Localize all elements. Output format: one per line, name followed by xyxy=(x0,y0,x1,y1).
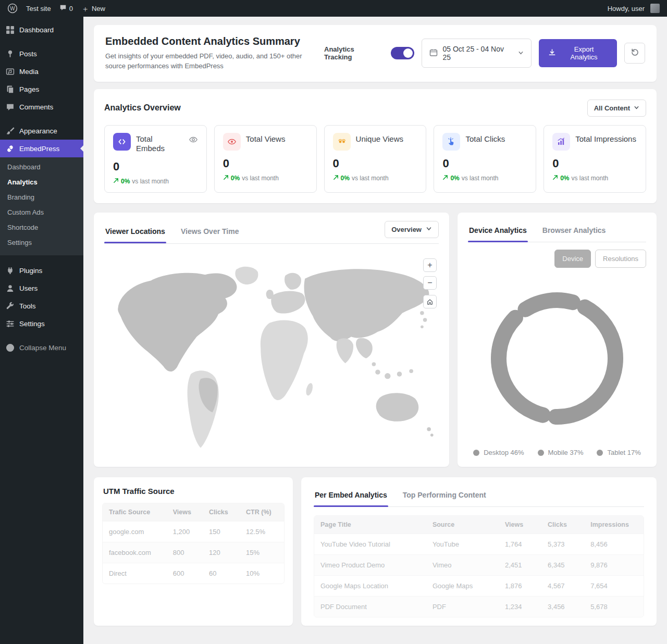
sidebar-item-label: EmbedPress xyxy=(19,145,59,153)
sidebar-item-label: Comments xyxy=(19,103,53,111)
unique-views-icon xyxy=(333,133,351,151)
zoom-out-button[interactable]: − xyxy=(423,276,437,290)
stat-delta-pct: 0% xyxy=(341,175,350,182)
stat-card-unique-views: Unique Views 0 0% vs last month xyxy=(324,125,427,193)
submenu-item-branding[interactable]: Branding xyxy=(0,190,83,205)
page-title: Embedded Content Analytics Summary xyxy=(105,35,324,47)
zoom-in-button[interactable]: + xyxy=(423,258,437,272)
embedpress-submenu: Dashboard Analytics Branding Custom Ads … xyxy=(0,157,83,255)
export-analytics-button[interactable]: Export Analytics xyxy=(539,39,617,67)
device-legend: Desktop 46% Mobile 37% Tablet 17% xyxy=(468,449,646,459)
utm-col-header: Trafic Source xyxy=(103,503,167,522)
new-content-menu[interactable]: ＋ New xyxy=(81,5,105,13)
chevron-down-icon xyxy=(426,226,432,233)
sidebar-item-settings[interactable]: Settings xyxy=(0,315,83,332)
sidebar-item-media[interactable]: Media xyxy=(0,63,83,80)
trend-up-icon xyxy=(223,175,229,182)
visibility-toggle-icon[interactable] xyxy=(189,133,198,146)
media-icon xyxy=(5,67,15,76)
stat-value: 0 xyxy=(552,157,637,170)
stat-card-total-clicks: Total Clicks 0 0% vs last month xyxy=(434,125,536,193)
stat-delta-note: vs last month xyxy=(572,175,609,182)
submenu-item-shortcode[interactable]: Shortcode xyxy=(0,220,83,235)
sidebar-item-users[interactable]: Users xyxy=(0,279,83,297)
stat-delta-note: vs last month xyxy=(132,178,169,185)
embedpress-icon xyxy=(5,144,15,153)
content-filter-dropdown[interactable]: All Content xyxy=(587,100,646,117)
account-menu[interactable]: Howdy, user xyxy=(608,4,660,13)
date-range-picker[interactable]: 05 Oct 25 - 04 Nov 25 xyxy=(422,39,531,68)
comments-shortcut[interactable]: 0 xyxy=(59,4,73,13)
sidebar-item-comments[interactable]: Comments xyxy=(0,98,83,116)
submenu-item-dashboard[interactable]: Dashboard xyxy=(0,159,83,175)
tab-browser-analytics[interactable]: Browser Analytics xyxy=(541,221,607,242)
table-row: google.com1,20015012.5% xyxy=(103,522,284,542)
sidebar-item-collapse-menu[interactable]: Collapse Menu xyxy=(0,339,83,356)
sidebar-item-tools[interactable]: Tools xyxy=(0,297,83,315)
wordpress-logo-icon[interactable]: W xyxy=(7,3,18,14)
zoom-reset-button[interactable] xyxy=(423,295,437,308)
site-name: Test site xyxy=(26,5,51,13)
stat-value: 0 xyxy=(113,160,198,174)
world-map[interactable]: + − xyxy=(104,249,439,463)
refresh-history-button[interactable] xyxy=(624,43,645,64)
resolutions-filter-button[interactable]: Resolutions xyxy=(595,250,646,268)
submenu-item-custom-ads[interactable]: Custom Ads xyxy=(0,205,83,220)
svg-text:W: W xyxy=(10,6,15,11)
embed-col-header: Page Title xyxy=(314,516,426,534)
analytics-tracking-toggle[interactable] xyxy=(391,47,415,59)
tab-viewer-locations[interactable]: Viewer Locations xyxy=(104,222,166,243)
content-filter-label: All Content xyxy=(594,104,630,112)
sidebar-item-plugins[interactable]: Plugins xyxy=(0,262,83,279)
sidebar-item-posts[interactable]: Posts xyxy=(0,45,83,63)
sidebar-item-dashboard[interactable]: Dashboard xyxy=(0,21,83,39)
stat-label: Total Clicks xyxy=(465,133,505,144)
viewer-locations-card: Viewer Locations Views Over Time Overvie… xyxy=(94,213,449,467)
tab-views-over-time[interactable]: Views Over Time xyxy=(180,222,240,243)
utm-title: UTM Traffic Source xyxy=(102,487,285,496)
stat-label: Total Impressions xyxy=(575,133,636,144)
map-overview-dropdown[interactable]: Overview xyxy=(385,221,439,238)
stat-delta-pct: 0% xyxy=(450,175,459,182)
click-pointer-icon xyxy=(442,133,460,151)
table-row: Google Maps LocationGoogle Maps1,8764,56… xyxy=(314,576,644,597)
site-name-link[interactable]: Test site xyxy=(26,5,51,13)
sidebar-item-appearance[interactable]: Appearance xyxy=(0,122,83,140)
sidebar-item-label: Users xyxy=(19,284,38,292)
admin-sidebar: Dashboard Posts Media Pages Comments App… xyxy=(0,17,83,644)
stat-delta-pct: 0% xyxy=(560,175,569,182)
plugins-icon xyxy=(5,266,15,275)
analytics-tracking-label: Analytics Tracking xyxy=(324,45,384,61)
analytics-overview-card: Analytics Overview All Content Total Emb… xyxy=(94,89,657,204)
device-analytics-card: Device Analytics Browser Analytics Devic… xyxy=(458,213,657,467)
comments-count: 0 xyxy=(69,5,73,13)
overview-title: Analytics Overview xyxy=(104,103,181,113)
stat-value: 0 xyxy=(442,157,527,170)
submenu-item-analytics[interactable]: Analytics xyxy=(0,175,83,190)
users-icon xyxy=(5,283,15,293)
stat-delta-note: vs last month xyxy=(242,175,279,182)
sidebar-item-label: Media xyxy=(19,68,39,76)
sidebar-item-label: Tools xyxy=(19,302,36,310)
per-embed-analytics-card: Per Embed Analytics Top Performing Conte… xyxy=(301,477,657,626)
legend-item-desktop: Desktop 46% xyxy=(473,449,524,456)
trend-up-icon xyxy=(442,175,448,182)
sidebar-item-embedpress[interactable]: EmbedPress xyxy=(0,140,83,157)
avatar xyxy=(650,4,660,13)
chevron-down-icon xyxy=(518,49,524,57)
table-row: facebook.com80012015% xyxy=(103,542,284,563)
tab-device-analytics[interactable]: Device Analytics xyxy=(468,221,528,242)
stat-delta-pct: 0% xyxy=(121,178,130,185)
stat-delta-note: vs last month xyxy=(462,175,499,182)
tab-per-embed-analytics[interactable]: Per Embed Analytics xyxy=(314,486,388,506)
download-icon xyxy=(548,48,556,58)
stat-delta-note: vs last month xyxy=(352,175,389,182)
submenu-item-settings[interactable]: Settings xyxy=(0,235,83,250)
device-filter-button[interactable]: Device xyxy=(554,250,591,268)
sidebar-item-pages[interactable]: Pages xyxy=(0,80,83,98)
table-row: PDF DocumentPDF1,2343,4565,678 xyxy=(314,597,644,617)
stat-card-total-views: Total Views 0 0% vs last month xyxy=(214,125,317,193)
chevron-down-icon xyxy=(634,104,639,112)
new-label: New xyxy=(92,5,105,13)
tab-top-performing-content[interactable]: Top Performing Content xyxy=(402,486,487,506)
